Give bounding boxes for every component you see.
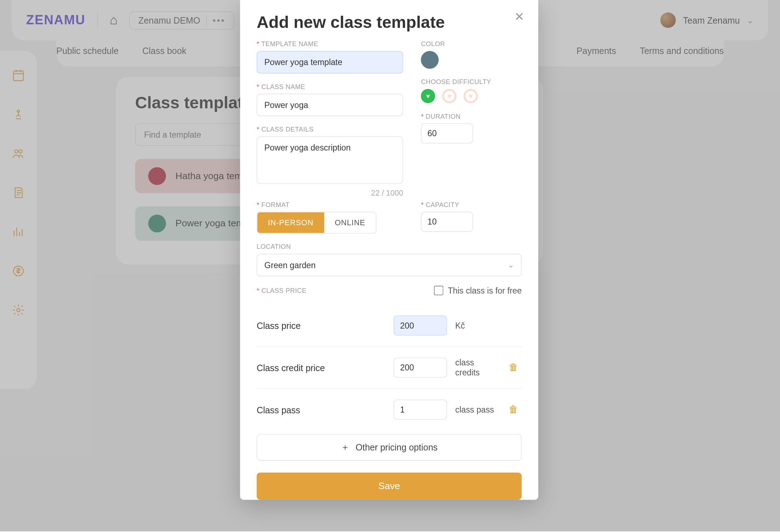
- color-label: Color: [421, 40, 522, 48]
- format-in-person[interactable]: IN-PERSON: [257, 212, 324, 233]
- price-unit: class credits: [455, 358, 497, 378]
- class-name-label: Class name: [257, 83, 403, 90]
- other-pricing-button[interactable]: ＋ Other pricing options: [257, 434, 522, 461]
- price-input[interactable]: [394, 358, 447, 378]
- price-row-label: Class price: [257, 320, 385, 330]
- char-count: 22 / 1000: [257, 188, 403, 197]
- class-details-label: Class details: [257, 126, 403, 133]
- free-class-label: This class is for free: [448, 286, 522, 295]
- difficulty-2[interactable]: ♥: [442, 89, 456, 103]
- price-row-class-price: Class price Kč: [257, 305, 522, 347]
- price-input[interactable]: [394, 315, 447, 335]
- add-template-modal: ✕ Add new class template Template name C…: [240, 0, 538, 500]
- save-button[interactable]: Save: [257, 473, 522, 500]
- price-row-credit-price: Class credit price class credits 🗑: [257, 347, 522, 389]
- modal-title: Add new class template: [257, 13, 522, 32]
- location-value: Green garden: [265, 260, 316, 270]
- color-picker[interactable]: [421, 51, 439, 69]
- heart-icon: ♥: [426, 93, 430, 100]
- price-row-label: Class pass: [257, 405, 385, 415]
- close-button[interactable]: ✕: [512, 10, 527, 24]
- free-class-input[interactable]: [434, 286, 443, 295]
- format-label: Format: [257, 201, 403, 208]
- template-name-input[interactable]: [257, 51, 403, 74]
- difficulty-label: Choose difficulty: [421, 78, 522, 85]
- other-pricing-label: Other pricing options: [356, 442, 438, 452]
- free-class-checkbox[interactable]: This class is for free: [434, 286, 522, 295]
- location-select[interactable]: Green garden ⌄: [257, 254, 522, 276]
- difficulty-picker: ♥ ♥ ♥: [421, 89, 522, 103]
- difficulty-3[interactable]: ♥: [464, 89, 478, 103]
- capacity-input[interactable]: [421, 212, 473, 232]
- price-table: Class price Kč Class credit price class …: [257, 305, 522, 430]
- capacity-label: Capacity: [421, 201, 522, 208]
- duration-label: Duration: [421, 113, 522, 120]
- trash-icon: 🗑: [509, 362, 518, 372]
- price-input[interactable]: [394, 400, 447, 420]
- heart-icon: ♥: [469, 93, 473, 100]
- format-online[interactable]: ONLINE: [324, 212, 376, 233]
- template-name-label: Template name: [257, 40, 403, 48]
- price-row-class-pass: Class pass class pass 🗑: [257, 389, 522, 430]
- difficulty-1[interactable]: ♥: [421, 89, 435, 103]
- delete-price-button[interactable]: 🗑: [505, 404, 522, 415]
- duration-input[interactable]: [421, 123, 473, 143]
- close-icon: ✕: [514, 10, 524, 23]
- class-price-label: Class price: [257, 287, 306, 294]
- chevron-down-icon: ⌄: [508, 261, 514, 269]
- price-row-label: Class credit price: [257, 363, 385, 373]
- format-segmented: IN-PERSON ONLINE: [257, 212, 376, 233]
- price-unit: class pass: [455, 405, 497, 415]
- trash-icon: 🗑: [509, 404, 518, 414]
- delete-price-button[interactable]: 🗑: [505, 362, 522, 373]
- plus-icon: ＋: [341, 442, 350, 453]
- price-unit: Kč: [455, 320, 497, 330]
- location-label: Location: [257, 243, 522, 250]
- class-name-input[interactable]: [257, 94, 403, 116]
- heart-icon: ♥: [448, 93, 451, 100]
- class-details-input[interactable]: [257, 136, 403, 184]
